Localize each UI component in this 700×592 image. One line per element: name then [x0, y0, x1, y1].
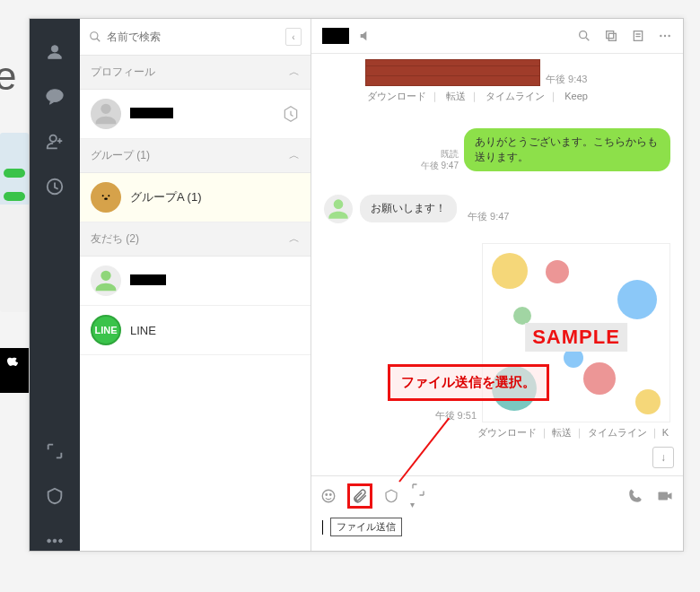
app-window: ‹ プロフィール ︿ グループ (1) ︿ グループA (1) 友だち (2) [29, 18, 684, 552]
call-icon[interactable] [627, 488, 643, 504]
chevron-up-icon: ︿ [289, 231, 300, 247]
timestamp: 午後 9:47 [421, 160, 459, 171]
image-message[interactable] [365, 59, 540, 86]
window-copy-icon[interactable] [604, 29, 618, 43]
menu-dots-icon[interactable] [658, 29, 672, 43]
friend-row[interactable]: LINE LINE [80, 306, 311, 355]
download-link[interactable]: ダウンロード [365, 91, 428, 101]
svg-point-14 [668, 35, 669, 37]
nav-rail [30, 19, 80, 551]
keep-icon[interactable] [45, 486, 65, 506]
scroll-down-button[interactable]: ↓ [652, 447, 674, 468]
profile-row[interactable] [80, 90, 311, 139]
message-bubble[interactable]: お願いします！ [360, 195, 457, 222]
section-label: グループ (1) [91, 148, 150, 163]
svg-point-7 [104, 198, 108, 200]
collapse-toggle[interactable]: ‹ [285, 28, 302, 46]
svg-point-1 [48, 539, 51, 543]
svg-point-6 [108, 195, 109, 196]
chat-icon[interactable] [45, 87, 65, 107]
outgoing-message: 既読 午後 9:47 ありがとうございます。こちらからも送ります。 [324, 128, 670, 171]
svg-rect-18 [659, 492, 669, 501]
svg-point-2 [53, 539, 57, 543]
download-link[interactable]: ダウンロード [477, 427, 537, 438]
chat-pane: 午後 9:43 ダウンロード｜ 転送｜ タイムライン｜ Keep 既読 午後 9… [311, 19, 683, 551]
message-actions: ダウンロード ｜ 転送 ｜ タイムライン ｜ K [324, 426, 670, 440]
group-row[interactable]: グループA (1) [80, 173, 311, 222]
text-cursor [322, 520, 323, 535]
section-label: 友だち (2) [91, 231, 139, 247]
search-bar: ‹ [80, 19, 311, 56]
svg-point-5 [102, 195, 104, 196]
more-icon[interactable] [45, 531, 65, 551]
group-name: グループA (1) [130, 189, 300, 205]
svg-rect-9 [607, 31, 614, 39]
avatar: LINE [91, 315, 121, 345]
capture-icon[interactable] [45, 441, 65, 461]
svg-point-13 [664, 35, 666, 37]
contact-list: ‹ プロフィール ︿ グループ (1) ︿ グループA (1) 友だち (2) [80, 19, 311, 551]
text-input-area[interactable]: ファイル送信 [311, 514, 683, 551]
friends-icon[interactable] [45, 42, 65, 62]
svg-point-17 [330, 494, 332, 496]
input-toolbar: ▾ [311, 475, 683, 514]
keep-send-icon[interactable] [383, 488, 399, 504]
chevron-up-icon: ︿ [289, 65, 300, 80]
forward-link[interactable]: 転送 [552, 427, 572, 438]
avatar [91, 99, 121, 129]
search-input[interactable] [107, 30, 280, 43]
chat-title [322, 28, 349, 44]
tooltip: ファイル送信 [330, 518, 402, 536]
avatar [91, 266, 121, 296]
speaker-icon[interactable] [358, 29, 372, 43]
search-icon [89, 30, 101, 43]
timestamp: 午後 9:47 [468, 210, 509, 223]
profile-name [130, 108, 273, 121]
read-label: 既読 [421, 148, 459, 160]
sample-label: SAMPLE [525, 323, 627, 352]
svg-point-12 [660, 35, 661, 37]
search-chat-icon[interactable] [577, 29, 591, 43]
svg-point-4 [91, 32, 98, 39]
keep-link[interactable]: Keep [563, 91, 590, 101]
timeline-link[interactable]: タイムライン [588, 427, 647, 438]
friend-name [130, 274, 300, 288]
timestamp: 午後 9:43 [546, 73, 587, 86]
friend-row[interactable] [80, 257, 311, 306]
svg-point-8 [580, 31, 587, 39]
svg-rect-10 [608, 33, 616, 40]
svg-point-15 [322, 490, 335, 502]
section-friends[interactable]: 友だち (2) ︿ [80, 222, 311, 257]
friend-name: LINE [130, 324, 300, 337]
chat-header [311, 19, 683, 54]
capture-crop-icon[interactable]: ▾ [410, 482, 426, 510]
chevron-up-icon: ︿ [289, 148, 300, 163]
keep-link[interactable]: K [662, 427, 669, 438]
avatar [324, 195, 353, 223]
timestamp: 午後 9:51 [435, 409, 477, 422]
annotation-callout: ファイル送信を選択。 [388, 364, 549, 401]
message-bubble[interactable]: ありがとうございます。こちらからも送ります。 [464, 128, 670, 171]
svg-point-3 [59, 539, 63, 543]
avatar [91, 182, 121, 213]
forward-link[interactable]: 転送 [444, 91, 468, 101]
timeline-link[interactable]: タイムライン [484, 91, 547, 101]
emoji-icon[interactable] [320, 488, 337, 504]
section-profile[interactable]: プロフィール ︿ [80, 56, 311, 90]
message-actions: ダウンロード｜ 転送｜ タイムライン｜ Keep [365, 90, 670, 103]
keep-hex-icon[interactable] [282, 105, 300, 123]
video-call-icon[interactable] [656, 488, 674, 504]
section-groups[interactable]: グループ (1) ︿ [80, 139, 311, 173]
incoming-message: お願いします！ 午後 9:47 [324, 195, 670, 223]
attach-file-button[interactable] [347, 483, 372, 509]
svg-point-16 [326, 494, 328, 496]
timeline-icon[interactable] [45, 177, 65, 196]
messages: 午後 9:43 ダウンロード｜ 転送｜ タイムライン｜ Keep 既読 午後 9… [311, 54, 683, 475]
add-friend-icon[interactable] [45, 132, 65, 152]
note-icon[interactable] [631, 29, 645, 43]
section-label: プロフィール [91, 65, 155, 80]
